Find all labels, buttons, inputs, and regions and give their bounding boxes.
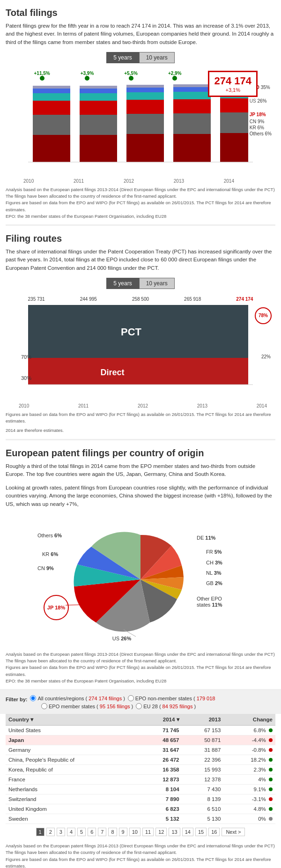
table-row: United States71 74567 1536.8% [6, 726, 275, 735]
svg-rect-19 [33, 93, 70, 101]
page-1[interactable]: 1 [36, 828, 44, 836]
pct-badge: 78% [255, 307, 272, 324]
table-row: Japan48 65750 871-4.4% [6, 735, 275, 745]
svg-text:KR 6%: KR 6% [42, 551, 58, 557]
cell-change: 4% [223, 775, 275, 785]
page-13[interactable]: 13 [169, 828, 180, 836]
page-3[interactable]: 3 [57, 828, 65, 836]
col-2013: 2013 [182, 714, 224, 726]
filing-routes-notes: Figures are based on data from the EPO a… [6, 411, 275, 425]
cell-2014: 16 358 [140, 765, 182, 775]
filing-routes-section: Filing routes The share of international… [0, 226, 281, 439]
cell-2014: 12 873 [140, 775, 182, 785]
legend-others: Others 6% [250, 131, 272, 136]
page-6[interactable]: 6 [88, 828, 96, 836]
growth-2: +3,9% [81, 71, 94, 81]
filter-epo-non[interactable]: EPO non-member states (179 018 [128, 695, 217, 701]
svg-rect-32 [173, 84, 211, 87]
cell-2013: 67 153 [182, 726, 224, 735]
table-row: Netherlands8 1047 4309.1% [6, 785, 275, 794]
country-chart-notes: Analysis based on the European patent fi… [6, 651, 275, 684]
page-14[interactable]: 14 [182, 828, 193, 836]
cell-2013: 8 139 [182, 794, 224, 804]
table-row: United Kingdom6 8236 5104.8% [6, 804, 275, 814]
table-row: Korea, Republic of16 35815 9932.3% [6, 765, 275, 775]
filing-routes-note2: 2014 are therefore estimates. [6, 427, 275, 434]
page-10[interactable]: 10 [129, 828, 140, 836]
cell-change: 4.8% [223, 804, 275, 814]
table-row: Germany31 64731 887-0.8% [6, 745, 275, 755]
svg-rect-13 [220, 112, 248, 133]
next-btn[interactable]: Next > [222, 828, 245, 836]
svg-rect-30 [80, 86, 117, 89]
page-8[interactable]: 8 [108, 828, 117, 836]
page-12[interactable]: 12 [155, 828, 167, 836]
page-5[interactable]: 5 [77, 828, 86, 836]
cell-country: China, People's Republic of [6, 755, 140, 765]
legend-cn: CN 9% [250, 119, 272, 124]
svg-text:70%: 70% [21, 354, 31, 360]
growth-1: +11,5% [34, 71, 50, 81]
col-country: Country ▾ [6, 714, 140, 726]
page-16[interactable]: 16 [208, 828, 220, 836]
svg-text:NL 3%: NL 3% [206, 570, 222, 576]
page-7[interactable]: 7 [98, 828, 106, 836]
direct-pct-label: 22% [261, 354, 271, 359]
table-row: Switzerland7 8908 139-3.1% [6, 794, 275, 804]
big-number-box: 274 174 +3,1% [208, 71, 258, 97]
page-2[interactable]: 2 [46, 828, 55, 836]
filing-toggle-5yr[interactable]: 5 years [106, 278, 139, 289]
cell-change: -0.8% [223, 745, 275, 755]
filing-routes-chart-area: PCT Direct 70% 30% 78% 22% 2010 2011 201… [9, 303, 272, 408]
svg-text:states 11%: states 11% [197, 602, 222, 608]
total-filings-intro: Patent filings grew for the fifth year i… [6, 22, 275, 46]
total-count: 274 174 [214, 75, 251, 87]
cell-2014: 5 132 [140, 814, 182, 824]
filing-x-axis: 2010 2011 2012 2013 2014 [9, 402, 267, 408]
legend-jp: JP 18% [250, 112, 272, 117]
table-header: Country ▾ 2014 ▾ 2013 Change [6, 714, 275, 726]
growth-3: +5,5% [124, 71, 138, 81]
page-4[interactable]: 4 [67, 828, 75, 836]
cell-change: 2.3% [223, 765, 275, 775]
svg-rect-20 [80, 93, 117, 101]
filter-all[interactable]: All countries/regions (274 174 filings) [30, 695, 125, 701]
toggle-10yr-btn[interactable]: 10 years [139, 52, 175, 63]
svg-rect-25 [80, 89, 117, 93]
svg-text:GB 2%: GB 2% [206, 580, 222, 586]
svg-text:CN 9%: CN 9% [37, 565, 54, 571]
filter-row-1: Filter by: All countries/regions (274 17… [6, 695, 275, 702]
cell-country: Netherlands [6, 785, 140, 794]
cell-change: 6.8% [223, 726, 275, 735]
table-notes: Analysis based on the European patent fi… [6, 843, 275, 868]
toggle-5yr-btn[interactable]: 5 years [106, 52, 139, 63]
total-filings-title: Total filings [6, 7, 275, 18]
page-11[interactable]: 11 [142, 828, 154, 836]
svg-rect-8 [220, 133, 248, 162]
filter-row-2: EPO member states (95 156 filings) EU 28… [6, 703, 275, 709]
total-filings-toggle: 5 years 10 years [6, 52, 275, 63]
filter-epo-member[interactable]: EPO member states (95 156 filings) [41, 703, 133, 709]
svg-rect-24 [33, 89, 70, 93]
svg-rect-29 [33, 86, 70, 89]
svg-rect-27 [173, 87, 211, 92]
filter-eu28[interactable]: EU 28 (84 925 filings) [136, 703, 196, 709]
svg-text:Other EPO: Other EPO [197, 596, 222, 601]
page-15[interactable]: 15 [195, 828, 207, 836]
cell-country: United Kingdom [6, 804, 140, 814]
filing-toggle-10yr[interactable]: 10 years [139, 278, 175, 289]
svg-rect-12 [173, 113, 211, 134]
cell-change: -3.1% [223, 794, 275, 804]
col-change: Change [223, 714, 275, 726]
cell-2013: 5 130 [182, 814, 224, 824]
filings-table: Country ▾ 2014 ▾ 2013 Change United Stat… [6, 714, 275, 824]
x-axis-years: 2010 2011 2012 2013 2014 [9, 178, 234, 184]
filing-year-vals: 235 731 244 995 258 500 265 918 274 174 [6, 297, 275, 302]
cell-2013: 22 396 [182, 755, 224, 765]
svg-rect-15 [80, 101, 117, 115]
svg-text:DE 11%: DE 11% [197, 535, 216, 541]
svg-rect-18 [220, 98, 248, 112]
page-9[interactable]: 9 [119, 828, 127, 836]
total-filings-section: Total filings Patent filings grew for th… [0, 0, 281, 224]
country-chart-section: European patent filings per country of o… [0, 440, 281, 690]
